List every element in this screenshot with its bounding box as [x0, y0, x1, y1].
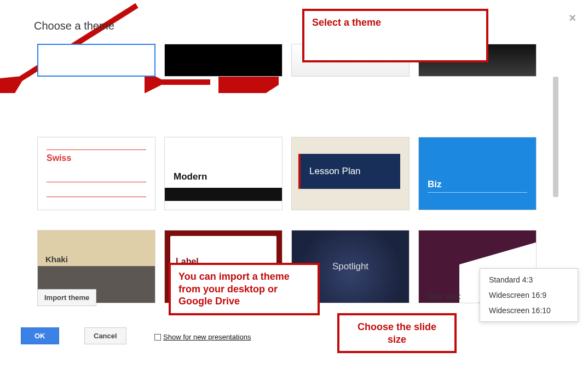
- dialog-title: Choose a theme: [34, 20, 114, 32]
- theme-card-lesson-plan[interactable]: Lesson Plan: [291, 137, 410, 210]
- theme-label: Lesson Plan: [309, 166, 361, 177]
- theme-card-modern[interactable]: Modern: [164, 137, 283, 210]
- slide-size-option[interactable]: Widescreen 16:9: [480, 287, 578, 303]
- theme-chooser-dialog: Choose a theme × Swiss Modern Lesson Pla…: [0, 0, 588, 369]
- checkbox-icon: [154, 334, 161, 341]
- slide-size-option[interactable]: Standard 4:3: [480, 272, 578, 287]
- import-theme-button[interactable]: Import theme: [37, 289, 96, 306]
- show-for-new-checkbox[interactable]: Show for new presentations: [154, 333, 251, 341]
- theme-card-biz[interactable]: Biz: [418, 137, 537, 210]
- cancel-button[interactable]: Cancel: [84, 327, 126, 344]
- theme-label: Modern: [174, 171, 207, 182]
- checkbox-label: Show for new presentations: [163, 333, 251, 341]
- slide-size-option[interactable]: Widescreen 16:10: [480, 303, 578, 318]
- theme-card[interactable]: [164, 44, 283, 77]
- slide-size-label: Slide size:: [426, 292, 461, 301]
- theme-label: Biz: [428, 179, 442, 190]
- ok-button[interactable]: OK: [21, 327, 59, 344]
- annotation-choose-size: Choose the slide size: [337, 313, 457, 353]
- slide-size-menu: Standard 4:3 Widescreen 16:9 Widescreen …: [480, 268, 578, 322]
- annotation-select-theme: Select a theme: [302, 9, 488, 62]
- theme-label: Swiss: [47, 153, 146, 163]
- annotation-import-note: You can import a theme from your desktop…: [169, 263, 320, 315]
- theme-label: Spotlight: [332, 261, 368, 272]
- close-icon[interactable]: ×: [569, 11, 576, 25]
- theme-label: Khaki: [45, 255, 68, 264]
- theme-card[interactable]: [37, 44, 155, 77]
- scrollbar[interactable]: [553, 77, 558, 197]
- theme-card-swiss[interactable]: Swiss: [37, 137, 155, 210]
